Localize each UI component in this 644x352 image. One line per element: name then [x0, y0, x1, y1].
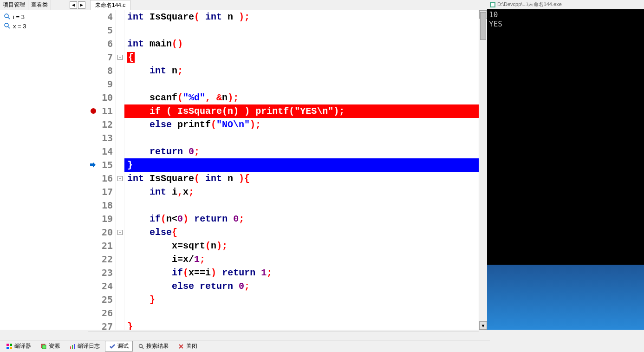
code-line[interactable]: int main() [124, 37, 479, 51]
console-title: D:\Devcpp\...\未命名144.exe [487, 0, 644, 9]
scroll-down-button[interactable]: ▼ [479, 321, 487, 330]
code-line[interactable]: { [124, 51, 479, 64]
fold-cell: − [116, 51, 124, 64]
bottom-tab-调试[interactable]: 调试 [105, 341, 133, 352]
fold-cell [116, 104, 124, 118]
left-panel-nav: ◄ ► [67, 0, 88, 10]
code-line[interactable]: scanf("%d", &n); [124, 91, 479, 104]
svg-rect-14 [72, 345, 73, 349]
tab-view-class[interactable]: 查看类 [28, 0, 51, 10]
line-number[interactable]: 5 [88, 24, 113, 37]
fold-cell [116, 131, 124, 145]
code-line[interactable]: int n; [124, 64, 479, 78]
line-number[interactable]: 26 [88, 306, 113, 320]
line-number-gutter: 4567891011121314151617181920212223242526… [88, 10, 116, 330]
console-line: 10 [489, 10, 642, 20]
line-number[interactable]: 9 [88, 78, 113, 91]
line-number[interactable]: 17 [88, 185, 113, 199]
nav-next-button[interactable]: ► [78, 1, 85, 9]
code-line[interactable] [124, 78, 479, 91]
code-body[interactable]: int IsSquare( int n );int main(){ int n;… [124, 10, 479, 330]
fold-toggle[interactable]: − [117, 176, 123, 181]
bottom-tab-搜索结果[interactable]: 搜索结果 [134, 341, 173, 352]
line-number[interactable]: 25 [88, 293, 113, 306]
line-number[interactable]: 16 [88, 172, 113, 185]
line-number[interactable]: 22 [88, 253, 113, 266]
fold-column: −−− [116, 10, 124, 330]
code-line[interactable]: i=x/1; [124, 253, 479, 266]
bottom-tab-资源[interactable]: 资源 [36, 341, 64, 352]
console-output[interactable]: 10YES [487, 9, 644, 265]
fold-cell [116, 185, 124, 199]
fold-cell: − [116, 226, 124, 239]
horizontal-scrollbar[interactable] [88, 332, 479, 340]
code-line[interactable] [124, 199, 479, 212]
console-window: D:\Devcpp\...\未命名144.exe 10YES [487, 0, 644, 330]
line-number[interactable]: 12 [88, 118, 113, 131]
line-number[interactable]: 11 [88, 104, 113, 118]
scroll-thumb[interactable] [480, 12, 486, 40]
bottom-tab-编译日志[interactable]: 编译日志 [65, 341, 104, 352]
check-icon [109, 343, 116, 350]
svg-line-1 [8, 17, 10, 19]
svg-rect-10 [10, 347, 12, 349]
vertical-scrollbar[interactable]: ▲ ▼ [479, 10, 487, 330]
watch-item[interactable]: x = 3 [0, 21, 88, 31]
fold-cell: − [116, 172, 124, 185]
breakpoint-icon [90, 108, 97, 114]
watch-expression: i = 3 [13, 13, 25, 20]
line-number[interactable]: 23 [88, 266, 113, 280]
code-line[interactable]: } [124, 293, 479, 306]
code-line[interactable]: else{ [124, 226, 479, 239]
line-number[interactable]: 6 [88, 37, 113, 51]
svg-rect-15 [74, 344, 75, 349]
fold-toggle[interactable]: − [117, 230, 123, 235]
line-number[interactable]: 24 [88, 280, 113, 293]
code-line[interactable]: int IsSquare( int n ){ [124, 172, 479, 185]
code-line[interactable] [124, 24, 479, 37]
code-line[interactable]: if ( IsSquare(n) ) printf("YES\n"); [124, 104, 479, 118]
line-number[interactable]: 7 [88, 51, 113, 64]
line-number[interactable]: 27 [88, 320, 113, 330]
code-line[interactable]: } [124, 320, 479, 330]
line-number[interactable]: 15 [88, 158, 113, 172]
code-line[interactable]: int IsSquare( int n ); [124, 10, 479, 24]
console-line: YES [489, 20, 642, 29]
code-line[interactable]: x=sqrt(n); [124, 239, 479, 253]
watch-item[interactable]: i = 3 [0, 12, 88, 21]
line-number[interactable]: 18 [88, 199, 113, 212]
code-line[interactable]: else return 0; [124, 280, 479, 293]
watch-expression: x = 3 [13, 23, 26, 30]
fold-cell [116, 91, 124, 104]
stack-icon [40, 343, 47, 350]
fold-cell [116, 24, 124, 37]
line-number[interactable]: 10 [88, 91, 113, 104]
code-line[interactable]: if(n<0) return 0; [124, 212, 479, 226]
code-line[interactable]: if(x==i) return 1; [124, 266, 479, 280]
code-line[interactable]: } [124, 158, 479, 172]
line-number[interactable]: 21 [88, 239, 113, 253]
code-line[interactable]: else printf("NO\n"); [124, 118, 479, 131]
code-line[interactable]: return 0; [124, 145, 479, 158]
bottom-tab-编译器[interactable]: 编译器 [2, 341, 35, 352]
tab-project-manage[interactable]: 项目管理 [0, 0, 28, 10]
code-container: 4567891011121314151617181920212223242526… [88, 10, 487, 330]
svg-line-3 [8, 26, 10, 28]
line-number[interactable]: 4 [88, 10, 113, 24]
file-tab-active[interactable]: 未命名144.c [90, 0, 130, 10]
line-number[interactable]: 19 [88, 212, 113, 226]
code-line[interactable] [124, 306, 479, 320]
svg-rect-9 [7, 347, 9, 349]
code-line[interactable] [124, 131, 479, 145]
svg-rect-8 [10, 344, 12, 346]
nav-prev-button[interactable]: ◄ [70, 1, 77, 9]
bottom-tab-关闭[interactable]: 关闭 [174, 341, 202, 352]
code-line[interactable]: int i,x; [124, 185, 479, 199]
line-number[interactable]: 13 [88, 131, 113, 145]
line-number[interactable]: 20 [88, 226, 113, 239]
line-number[interactable]: 8 [88, 64, 113, 78]
bottom-tab-label: 关闭 [186, 342, 197, 350]
fold-cell [116, 64, 124, 78]
line-number[interactable]: 14 [88, 145, 113, 158]
fold-toggle[interactable]: − [117, 55, 123, 60]
